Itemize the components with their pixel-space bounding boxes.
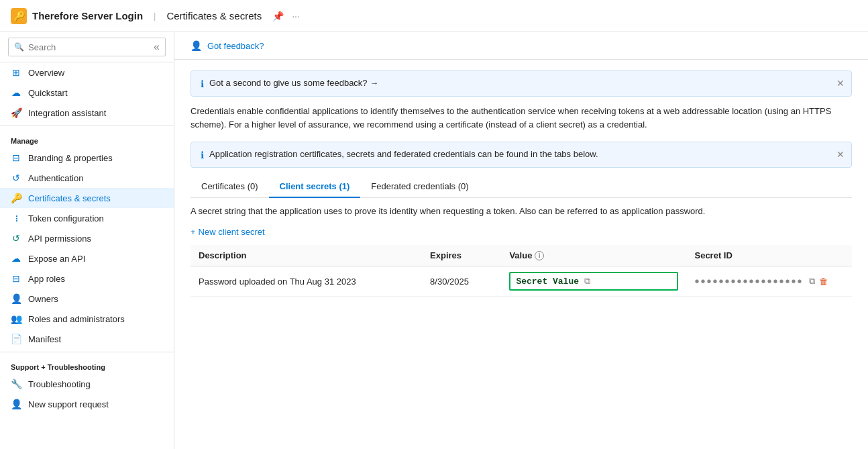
search-input[interactable] <box>28 42 150 52</box>
banner1-close-button[interactable]: ✕ <box>836 78 845 89</box>
tab-certificates[interactable]: Certificates (0) <box>191 176 269 198</box>
main-body: ℹ Got a second to give us some feedback?… <box>174 60 868 307</box>
branding-icon: ⊟ <box>11 152 21 163</box>
secret-value-text: Secret Value <box>516 277 579 287</box>
cell-value: Secret Value ⧉ <box>501 266 686 297</box>
feedback-banner: ℹ Got a second to give us some feedback?… <box>191 70 852 97</box>
secret-value-cell: Secret Value ⧉ <box>509 272 678 291</box>
support-icon: 👤 <box>11 399 21 409</box>
owners-icon: 👤 <box>11 293 21 304</box>
sidebar-item-label: Roles and administrators <box>28 314 125 324</box>
secretid-masked: •••••••••••••••••• <box>694 274 803 289</box>
troubleshooting-icon: 🔧 <box>11 379 21 389</box>
sidebar-item-troubleshooting[interactable]: 🔧 Troubleshooting <box>0 374 174 394</box>
sidebar-item-token[interactable]: ⫶ Token configuration <box>0 208 174 228</box>
app-name: Therefore Server Login <box>32 10 143 21</box>
more-icon[interactable]: ··· <box>292 11 300 21</box>
sidebar-item-label: Troubleshooting <box>28 379 91 389</box>
col-header-value: Value i <box>501 245 686 266</box>
add-client-secret-button[interactable]: + New client secret <box>191 227 852 237</box>
value-label: Value <box>509 250 532 260</box>
approles-icon: ⊟ <box>11 273 21 284</box>
feedback-link[interactable]: Got feedback? <box>207 41 264 51</box>
tab-description: A secret string that the application use… <box>191 206 852 216</box>
col-header-expires: Expires <box>422 245 501 266</box>
sidebar-item-support[interactable]: 👤 New support request <box>0 394 174 414</box>
sidebar-item-label: Overview <box>28 68 64 78</box>
sidebar-divider-2 <box>0 352 174 352</box>
api-icon: ↺ <box>11 233 21 244</box>
sidebar-item-label: Owners <box>28 294 58 304</box>
sidebar-item-approles[interactable]: ⊟ App roles <box>0 268 174 289</box>
support-section-label: Support + Troubleshooting <box>0 355 174 374</box>
banner2-text: Application registration certificates, s… <box>209 149 842 159</box>
sidebar-item-label: Quickstart <box>28 88 68 98</box>
overview-icon: ⊞ <box>11 67 21 78</box>
action-icons: ⧉ 🗑 <box>809 276 828 287</box>
sidebar-item-label: Expose an API <box>28 254 85 264</box>
integration-icon: 🚀 <box>11 107 21 118</box>
banner-info-icon: ℹ <box>201 79 204 89</box>
token-icon: ⫶ <box>11 213 21 223</box>
value-info-icon[interactable]: i <box>535 251 544 260</box>
search-box[interactable]: 🔍 « <box>8 38 166 56</box>
sidebar-item-branding[interactable]: ⊟ Branding & properties <box>0 148 174 168</box>
sidebar-item-label: Certificates & secrets <box>28 193 111 203</box>
copy-value-button[interactable]: ⧉ <box>584 276 590 287</box>
tab-client-secrets[interactable]: Client secrets (1) <box>269 176 361 198</box>
banner2-close-button[interactable]: ✕ <box>836 149 845 160</box>
sidebar-item-integration[interactable]: 🚀 Integration assistant <box>0 103 174 123</box>
quickstart-icon: ☁ <box>11 87 21 98</box>
sidebar-item-quickstart[interactable]: ☁ Quickstart <box>0 83 174 103</box>
sidebar-item-label: Branding & properties <box>28 153 113 163</box>
app-header: 🔑 Therefore Server Login | Certificates … <box>0 0 868 32</box>
sidebar-divider <box>0 126 174 126</box>
sidebar-item-label: New support request <box>28 399 109 409</box>
info-banner: ℹ Application registration certificates,… <box>191 142 852 168</box>
search-icon: 🔍 <box>14 42 24 52</box>
tabs-container: Certificates (0) Client secrets (1) Fede… <box>191 176 852 198</box>
sidebar-item-label: Token configuration <box>28 213 104 223</box>
layout: 🔍 « ⊞ Overview ☁ Quickstart 🚀 Integratio… <box>0 32 868 449</box>
secrets-table: Description Expires Value i Secret ID <box>191 245 852 297</box>
sidebar-item-manifest[interactable]: 📄 Manifest <box>0 329 174 349</box>
sidebar: 🔍 « ⊞ Overview ☁ Quickstart 🚀 Integratio… <box>0 32 174 449</box>
main-description: Credentials enable confidential applicat… <box>191 105 852 131</box>
secretid-cell: •••••••••••••••••• ⧉ 🗑 <box>694 274 844 289</box>
add-label: New client secret <box>199 227 265 237</box>
add-icon: + <box>191 227 196 237</box>
banner-text: Got a second to give us some feedback? → <box>209 78 842 88</box>
copy-secretid-button[interactable]: ⧉ <box>809 276 815 287</box>
sidebar-item-label: Manifest <box>28 334 61 344</box>
sidebar-item-certs[interactable]: 🔑 Certificates & secrets <box>0 188 174 208</box>
roles-icon: 👥 <box>11 313 21 324</box>
sidebar-item-expose[interactable]: ☁ Expose an API <box>0 248 174 268</box>
sidebar-item-owners[interactable]: 👤 Owners <box>0 289 174 309</box>
authentication-icon: ↺ <box>11 172 21 183</box>
expose-icon: ☁ <box>11 253 21 264</box>
sidebar-item-label: API permissions <box>28 234 91 244</box>
pin-icon[interactable]: 📌 <box>272 11 284 21</box>
app-icon: 🔑 <box>11 8 27 24</box>
table-row: Password uploaded on Thu Aug 31 2023 8/3… <box>191 266 852 297</box>
delete-secret-button[interactable]: 🗑 <box>819 277 828 287</box>
tab-federated[interactable]: Federated credentials (0) <box>360 176 479 198</box>
collapse-button[interactable]: « <box>154 41 160 53</box>
sidebar-item-api[interactable]: ↺ API permissions <box>0 228 174 248</box>
cell-secretid: •••••••••••••••••• ⧉ 🗑 <box>686 266 852 297</box>
sidebar-item-authentication[interactable]: ↺ Authentication <box>0 168 174 188</box>
sidebar-item-label: Integration assistant <box>28 108 106 118</box>
sidebar-item-label: Authentication <box>28 173 83 183</box>
cell-expires: 8/30/2025 <box>422 266 501 297</box>
sidebar-item-overview[interactable]: ⊞ Overview <box>0 62 174 83</box>
sidebar-item-label: App roles <box>28 274 65 284</box>
main-header: 👤 Got feedback? <box>174 32 868 60</box>
col-header-secretid: Secret ID <box>686 245 852 266</box>
header-separator: | <box>154 11 156 21</box>
cell-description: Password uploaded on Thu Aug 31 2023 <box>191 266 422 297</box>
sidebar-item-roles[interactable]: 👥 Roles and administrators <box>0 309 174 329</box>
banner2-info-icon: ℹ <box>201 150 204 160</box>
col-header-description: Description <box>191 245 422 266</box>
main-content: 👤 Got feedback? ℹ Got a second to give u… <box>174 32 868 449</box>
manifest-icon: 📄 <box>11 334 21 344</box>
